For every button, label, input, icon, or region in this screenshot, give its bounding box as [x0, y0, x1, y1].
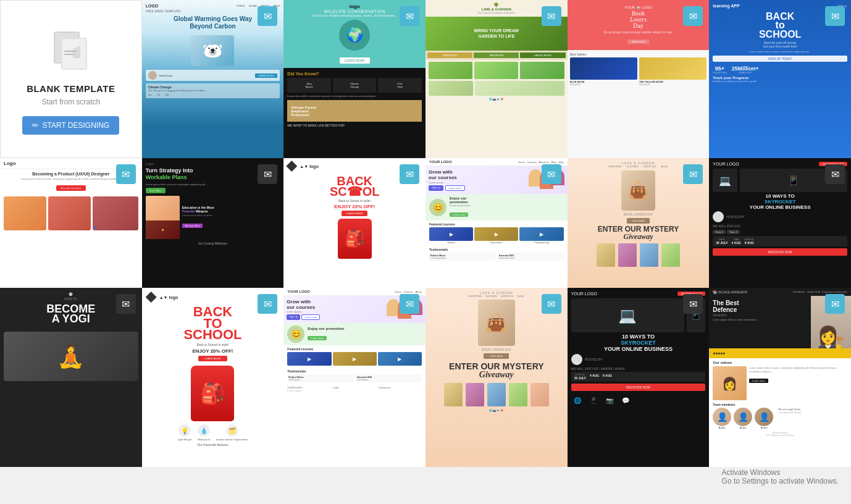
wildlife-desc: Ensure the world's most under-species, i…	[287, 94, 422, 98]
pencil-icon: ✏	[32, 121, 38, 130]
bld2-btn[interactable]: VISIT NOW	[484, 353, 509, 359]
strategy-image-row: 👩 Education is the MostPowerful Weapon L…	[146, 196, 280, 239]
skyrocket2-card[interactable]: ✉ YOUR LOGO WEBINAR NOTICE 💻 📱 10 WAYS T…	[568, 288, 710, 467]
mail-badge[interactable]: ✉	[400, 6, 419, 26]
courses2-inner: YOUR LOGO HomeCoursesAbout Grow withour …	[283, 288, 426, 467]
mail-badge[interactable]: ✉	[116, 164, 136, 184]
mail-badge[interactable]: ✉	[400, 294, 419, 314]
yogi-logo: ⊕	[69, 292, 73, 297]
bld2-cta-text: BOOK LOVERS DAY	[482, 348, 511, 351]
back-school-red2-card[interactable]: ✉ ▲▼ logo BACKTOSCHOOL Back to School in…	[142, 288, 284, 467]
skyrocket-title: 10 WAYS TOSKYROCKETYOUR ONLINE BUSINESS	[713, 194, 847, 210]
become-yogi-inner: ⊕ HOW TO: BECOMEA YOGI 🧘	[0, 288, 142, 467]
book-lovers-day2-card[interactable]: ✉ LOVE & GARDEN SHOPPINGCLOTHESLIFESTYLE…	[426, 288, 568, 467]
mail-badge[interactable]: ✉	[258, 294, 277, 314]
sky2-title: 10 WAYS TOSKYROCKETYOUR ONLINE BUSINESS	[571, 334, 706, 353]
sky2-register-btn[interactable]: REGISTER NOW	[571, 384, 706, 391]
template-logo: LOGO	[146, 4, 159, 8]
svg-rect-2	[64, 51, 77, 52]
wildlife-footer-text: WE WANT TO MAKE LIFE BETTER FOR	[287, 124, 422, 127]
mail-badge[interactable]: ✉	[542, 164, 561, 184]
mail-badge[interactable]: ✉	[542, 294, 561, 314]
template-footer-info: Climate Change The Climate Is Changing, …	[146, 83, 280, 98]
wildlife-dark-section: Did You Know? StopSpecie ClimateChange F…	[283, 68, 426, 158]
start-designing-button[interactable]: ✏ START DESIGNING	[22, 116, 119, 135]
mail-badge-dark[interactable]: ✉	[258, 164, 277, 184]
wildlife-dark-title: Did You Know?	[287, 72, 422, 76]
bs-blue-subdesc: Lorem ipsum dolor sit amet, consectetur …	[713, 50, 847, 53]
bsr2-features-title: Our Favourite features	[197, 443, 228, 447]
skyrocket-card[interactable]: ✉ YOUR LOGO THE NEWSLETTER 💻 📱 10 WAYS T…	[709, 158, 851, 288]
back-school-white-card[interactable]: ✉ ▲▼ logo BACKSC☎OL Back to School in st…	[283, 158, 426, 288]
skyrocket-host: HOSTED BY	[713, 211, 847, 222]
template-title: Global Warming Goes WayBeyond Carbon	[174, 15, 252, 30]
bs-blue-track-desc: Identify your skills and track their gro…	[713, 80, 847, 83]
courses-card[interactable]: ✉ YOUR LOGO HomeCoursesAbout usBlogHelp …	[426, 158, 568, 288]
become-yogi-card[interactable]: ✉ ⊕ HOW TO: BECOMEA YOGI 🧘	[0, 288, 142, 467]
def-body: Our values 👩 Lorem ipsum dolor sit amet,…	[709, 358, 851, 467]
book-lovers-red-card[interactable]: ✉ YOUR 🏠 LOGO BookLoversDay Do an ebook …	[568, 0, 710, 158]
book-lovers-body: Best Sellers BLUE BOOK Shop $14.00 THE Y…	[568, 50, 710, 158]
designer-row: Navid Kerati LEARN MORE	[146, 70, 280, 81]
bsr2-title: BACKTOSCHOOL	[183, 306, 241, 341]
bld2-product: 👜	[478, 300, 515, 346]
back-school-red2-inner: ▲▼ logo BACKTOSCHOOL Back to School in s…	[142, 288, 284, 467]
bld2-books-row	[444, 383, 549, 406]
mail-badge[interactable]: ✉	[400, 164, 419, 184]
bsw-btn[interactable]: LEARN MORE	[342, 211, 367, 216]
courses-testimonials: Testimonials Robert Mann Lorem ipsum dol…	[426, 246, 568, 262]
garden-body: 🌐 📷 🐦 📌	[426, 60, 568, 158]
sky2-discuss: WE WILL DISCUSS | WHERE | WHEN	[571, 367, 706, 371]
bsw-title: BACKSC☎OL	[330, 176, 380, 197]
bsw-discount: ENJOY 20% OFF!	[334, 204, 375, 209]
mail-badge[interactable]: ✉	[542, 6, 561, 26]
yogi-subtitle: HOW TO:	[64, 297, 78, 301]
garden-card[interactable]: ✉ 🌳 LIME & GARDEN Your source for garden…	[426, 0, 568, 158]
bld-btn[interactable]: VISIT NOW	[627, 218, 650, 224]
yogi-image: 🧘	[4, 332, 138, 381]
back-school-blue-card[interactable]: ✉ learning APP APP ▼ BACKtoSCHOOL Start …	[709, 0, 851, 158]
ux-images: 👤	[0, 194, 142, 288]
sky2-schedule: SCHEDULE 30 JULY 4 AUG 9 AUG	[571, 372, 706, 382]
mail-badge[interactable]: ✉	[825, 6, 845, 26]
mail-badge[interactable]: ✉	[825, 294, 845, 314]
skyrocket2-inner: YOUR LOGO WEBINAR NOTICE 💻 📱 10 WAYS TOS…	[568, 288, 710, 467]
bld-cta-text: BOOK LOVERS DAY	[624, 212, 653, 216]
bs-blue-desc: Start the year off strong:Get your first…	[713, 41, 847, 48]
wildlife-card[interactable]: ✉ logo WILDLIFE CONSERVATION Ensure your…	[283, 0, 426, 158]
template-bear-img: 🐻‍❄️	[191, 35, 234, 66]
wildlife-africa-section: African ForestElephantsProtection	[287, 100, 422, 122]
courses2-testimonials: Testimonials Robert Mann Lorem ipsum... …	[283, 368, 426, 384]
bs-blue-signup-btn[interactable]: SIGN UP TODAY	[713, 56, 847, 62]
svg-rect-3	[64, 54, 74, 55]
def-team: 👤 Member 👤 Member 👤 Member We are Legal …	[713, 408, 847, 429]
mail-badge[interactable]: ✉	[683, 6, 703, 26]
strategy-card[interactable]: ✉ Logo Turn Strategy IntoWorkable Plans …	[142, 158, 284, 288]
bld-nav: SHOPPINGCLOTHESLIFESTYLEBLOG	[608, 165, 668, 168]
skyrocket-register-btn[interactable]: REGISTER NOW	[713, 248, 847, 256]
courses2-card[interactable]: ✉ YOUR LOGO HomeCoursesAbout Grow withou…	[283, 288, 426, 467]
bsr2-subtitle: Back to School in style!	[197, 343, 229, 346]
bsr2-btn[interactable]: LEARN MORE	[198, 356, 227, 361]
ux-designer-card[interactable]: ✉ Logo Becoming a Product (UX/UI) Design…	[0, 158, 142, 288]
courses-promo: 😊 Enjoy ourpromotion Lorem ipsum dolor..…	[426, 194, 568, 220]
blank-template-card[interactable]: BLANK TEMPLATE Start from scratch ✏ STAR…	[0, 0, 142, 158]
mail-badge[interactable]: ✉	[683, 294, 703, 314]
mail-badge[interactable]: ✉	[825, 164, 845, 184]
strategy-btn[interactable]: Know More	[146, 188, 166, 193]
wildlife-learn-btn[interactable]: LEARN MORE	[340, 57, 370, 64]
mail-badge[interactable]: ✉	[258, 6, 277, 26]
book-lovers-day2-inner: LOVE & GARDEN SHOPPINGCLOTHESLIFESTYLEBL…	[426, 288, 568, 467]
bld2-nav: SHOPPINGCLOTHESLIFESTYLEBLOG	[469, 295, 524, 298]
mail-badge[interactable]: ✉	[683, 164, 703, 184]
free-template-label: FREE EMAIL TEMPLATE	[146, 9, 181, 13]
strategy-webinar: Up Coming Webinars	[146, 242, 280, 245]
global-warming-card[interactable]: ✉ LOGO THING1DETAILABOUTPAGE FREE EMAIL …	[142, 0, 284, 158]
defence-card[interactable]: ✉ 📚 SCHOLARSHIPS The MentorHealth ClubCo…	[709, 288, 851, 467]
bsr2-discount: ENJOY 20% OFF!	[192, 348, 233, 354]
blank-template-title: BLANK TEMPLATE	[27, 83, 115, 94]
book-lovers-peach-card[interactable]: ✉ LOVE & GARDEN SHOPPINGCLOTHESLIFESTYLE…	[568, 158, 710, 288]
mail-badge[interactable]: ✉	[116, 294, 136, 314]
bsr2-features: 💡 Light Weight 💧 Waterproof 🗂️ Intuitive…	[146, 424, 280, 441]
sky2-host: HOSTED BY	[571, 354, 706, 365]
